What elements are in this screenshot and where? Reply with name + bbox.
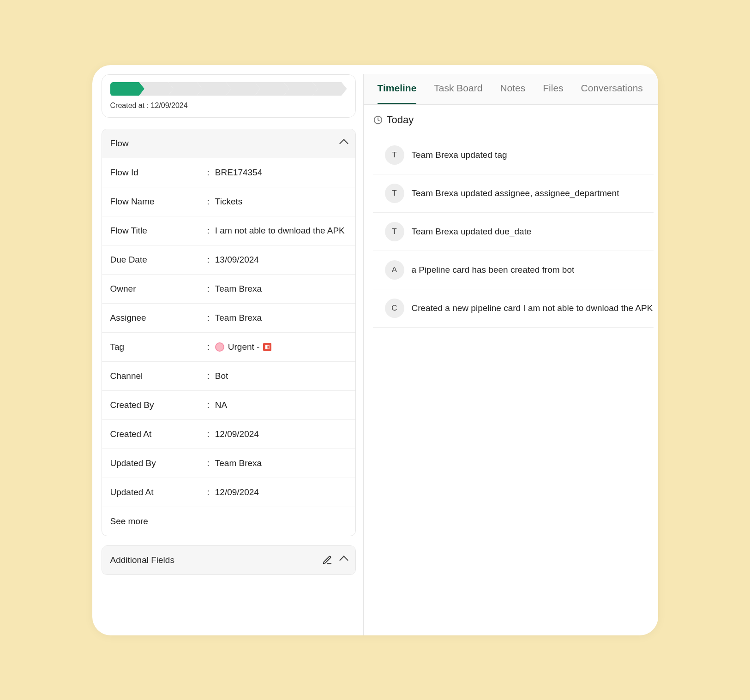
flow-row-value: : 12/09/2024: [207, 429, 259, 439]
tabs: TimelineTask BoardNotesFilesConversation…: [364, 74, 658, 105]
timeline-item-text: Team Brexa updated due_date: [412, 227, 532, 237]
tab-conversations[interactable]: Conversations: [581, 83, 643, 104]
flow-row-value: : NA: [207, 400, 228, 410]
timeline-item-text: Created a new pipeline card I am not abl…: [412, 303, 654, 313]
flow-row: Assignee: Team Brexa: [102, 303, 355, 332]
flow-row: Due Date: 13/09/2024: [102, 245, 355, 274]
app-window: Created at : 12/09/2024 Flow Flow Id: BR…: [92, 65, 658, 635]
flow-section-header[interactable]: Flow: [102, 129, 355, 158]
chevron-up-icon: [339, 139, 348, 148]
flow-row-value: : Tickets: [207, 197, 243, 207]
progress-card: Created at : 12/09/2024: [102, 74, 356, 118]
created-at-label: Created at : 12/09/2024: [110, 102, 347, 110]
timeline-item[interactable]: Aa Pipeline card has been created from b…: [373, 251, 654, 289]
flow-row-value: : Urgent - ◧: [207, 342, 272, 352]
timeline-item[interactable]: CCreated a new pipeline card I am not ab…: [373, 289, 654, 328]
progress-step[interactable]: [110, 82, 145, 96]
today-label: Today: [387, 114, 414, 126]
urgent-flag-icon: ◧: [263, 343, 271, 351]
flow-row: Updated By: Team Brexa: [102, 449, 355, 478]
flow-row-value: : BRE174354: [207, 168, 263, 178]
flow-row-value: : Bot: [207, 371, 228, 381]
flow-row-value: : 12/09/2024: [207, 487, 259, 497]
avatar: A: [385, 260, 404, 280]
flow-row-label: Created At: [110, 429, 207, 439]
avatar: T: [385, 222, 404, 241]
flow-row: Updated At: 12/09/2024: [102, 478, 355, 507]
flow-row: Flow Name: Tickets: [102, 187, 355, 216]
tab-notes[interactable]: Notes: [500, 83, 525, 104]
additional-fields-section: Additional Fields: [102, 545, 356, 575]
flow-row: Channel: Bot: [102, 361, 355, 390]
tab-task-board[interactable]: Task Board: [434, 83, 482, 104]
flow-row-label: Updated At: [110, 487, 207, 497]
tab-files[interactable]: Files: [543, 83, 563, 104]
chevron-up-icon: [339, 556, 348, 565]
flow-row-value: : Team Brexa: [207, 284, 262, 294]
timeline-item[interactable]: TTeam Brexa updated tag: [373, 136, 654, 174]
additional-fields-title: Additional Fields: [110, 555, 174, 565]
flow-section-title: Flow: [110, 138, 129, 149]
timeline-item[interactable]: TTeam Brexa updated due_date: [373, 213, 654, 251]
avatar: T: [385, 184, 404, 203]
timeline-item[interactable]: TTeam Brexa updated assignee, assignee_d…: [373, 174, 654, 213]
flow-row-label: Assignee: [110, 313, 207, 323]
see-more-link[interactable]: See more: [102, 507, 355, 536]
avatar: C: [385, 299, 404, 318]
progress-bar: [110, 82, 347, 96]
left-panel: Created at : 12/09/2024 Flow Flow Id: BR…: [92, 74, 364, 635]
flow-row-label: Owner: [110, 284, 207, 294]
flow-row: Tag: Urgent - ◧: [102, 332, 355, 361]
pencil-icon[interactable]: [322, 555, 332, 565]
flow-row-label: Tag: [110, 342, 207, 352]
timeline-item-text: Team Brexa updated assignee, assignee_de…: [412, 188, 619, 198]
flow-row-label: Due Date: [110, 255, 207, 265]
additional-fields-header[interactable]: Additional Fields: [102, 546, 355, 574]
timeline-item-text: Team Brexa updated tag: [412, 150, 507, 160]
flow-row-label: Flow Title: [110, 226, 207, 236]
flow-row: Flow Id: BRE174354: [102, 158, 355, 187]
timeline-item-text: a Pipeline card has been created from bo…: [412, 265, 575, 275]
flow-row-label: Created By: [110, 400, 207, 410]
flow-row-label: Updated By: [110, 458, 207, 468]
flow-row-value: : Team Brexa: [207, 313, 262, 323]
flow-row: Flow Title: I am not able to dwnload the…: [102, 216, 355, 245]
flow-row: Owner: Team Brexa: [102, 274, 355, 303]
today-heading: Today: [373, 114, 654, 126]
clock-icon: [373, 115, 383, 125]
avatar: T: [385, 145, 404, 165]
flow-section: Flow Flow Id: BRE174354Flow Name: Ticket…: [102, 129, 356, 536]
flow-row: Created At: 12/09/2024: [102, 419, 355, 449]
flow-row-value: : Team Brexa: [207, 458, 262, 468]
timeline-body: Today TTeam Brexa updated tagTTeam Brexa…: [364, 105, 658, 635]
tag-color-dot: [215, 342, 224, 352]
right-panel: TimelineTask BoardNotesFilesConversation…: [364, 74, 658, 635]
flow-row-value: : 13/09/2024: [207, 255, 259, 265]
tab-timeline[interactable]: Timeline: [378, 83, 417, 104]
flow-row-label: Channel: [110, 371, 207, 381]
flow-row: Created By: NA: [102, 390, 355, 419]
flow-row-value: : I am not able to dwnload the APK: [207, 226, 345, 236]
flow-row-label: Flow Name: [110, 197, 207, 207]
flow-row-label: Flow Id: [110, 168, 207, 178]
